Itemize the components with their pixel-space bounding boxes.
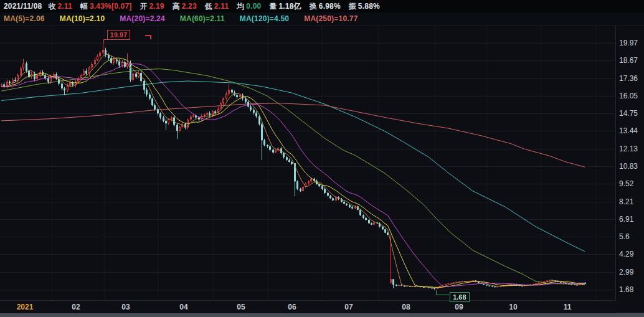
quote-field-open: 开2.19 (140, 1, 164, 12)
quote-field-average: 均0.00 (237, 1, 261, 12)
quote-value-open: 2.19 (149, 2, 164, 11)
time-axis-label-11: 11 (554, 303, 581, 311)
quote-value-average: 0.00 (246, 2, 261, 11)
quote-label-high: 高 (173, 1, 180, 12)
quote-field-volume: 量1.18亿 (269, 1, 301, 12)
time-axis-label-09: 09 (445, 303, 473, 311)
quote-value-volume: 1.18亿 (278, 1, 301, 12)
ma-legend-item-MA10: MA(10)=2.10 (60, 14, 105, 23)
price-axis-label: 14.75 (619, 109, 644, 118)
quote-value-amplitude: 5.88% (358, 2, 380, 11)
price-axis-label: 5.6 (619, 232, 644, 241)
price-axis-label: 12.13 (619, 144, 644, 153)
quote-value-high: 2.23 (182, 2, 197, 11)
quote-label-amplitude: 振 (349, 1, 356, 12)
price-axis-label: 8.21 (619, 197, 644, 206)
quote-value-close: 2.11 (57, 2, 72, 11)
bottom-scrollbar[interactable] (0, 313, 644, 317)
time-axis-label-10: 10 (500, 303, 527, 311)
time-axis: 202102030405060708091011 (0, 300, 615, 313)
price-axis-label: 19.97 (619, 39, 644, 47)
time-axis-label-03: 03 (112, 303, 140, 311)
quote-label-low: 低 (205, 1, 212, 12)
price-axis-label: 16.05 (619, 92, 644, 100)
quote-value-turnover: 6.98% (319, 2, 341, 11)
price-axis-label: 10.83 (619, 162, 644, 171)
quote-field-high: 高2.23 (173, 1, 197, 12)
time-axis-label-08: 08 (392, 303, 420, 311)
quote-bar: 2021/11/08 收2.11幅3.43%[0.07]开2.19高2.23低2… (0, 0, 644, 12)
high-price-marker: 19.97 (107, 30, 131, 40)
high-marker-connector (103, 39, 108, 43)
price-axis-label: 13.44 (619, 126, 644, 135)
price-axis-separator (615, 26, 616, 300)
time-axis-label-2021: 2021 (11, 303, 39, 311)
quote-label-change: 幅 (80, 1, 88, 12)
quote-field-change: 幅3.43%[0.07] (80, 1, 132, 12)
low-marker-connector (436, 290, 450, 295)
quote-label-volume: 量 (269, 1, 277, 12)
ma-legend-item-MA250: MA(250)=10.77 (304, 14, 358, 23)
price-axis-label: 2.99 (619, 268, 644, 277)
price-axis-label: 18.67 (619, 56, 644, 65)
quote-field-close: 收2.11 (48, 1, 72, 12)
quote-value-low: 2.11 (214, 2, 229, 11)
quote-label-average: 均 (237, 1, 244, 12)
time-axis-label-04: 04 (170, 303, 197, 311)
price-axis-label: 6.91 (619, 215, 644, 224)
quote-value-change: 3.43%[0.07] (90, 2, 132, 11)
quote-fields: 收2.11幅3.43%[0.07]开2.19高2.23低2.11均0.00量1.… (48, 1, 387, 12)
quote-field-turnover: 换6.98% (310, 1, 341, 12)
quote-label-turnover: 换 (310, 1, 317, 12)
ma-legend-item-MA20: MA(20)=2.24 (120, 14, 165, 23)
low-price-marker: 1.68 (450, 292, 469, 302)
quote-label-open: 开 (140, 1, 147, 12)
price-axis-label: 17.36 (619, 74, 644, 83)
quote-date: 2021/11/08 (4, 2, 42, 11)
price-axis-label: 4.29 (619, 250, 644, 258)
kline-chart-area: 19.9718.6717.3616.0514.7513.4412.1310.83… (0, 26, 644, 313)
time-axis-label-07: 07 (335, 303, 362, 311)
kline-canvas[interactable] (0, 26, 615, 300)
price-axis-label: 1.68 (619, 285, 644, 294)
time-axis-label-02: 02 (62, 303, 90, 311)
price-axis-label: 9.52 (619, 179, 644, 188)
ma-legend-item-MA60: MA(60)=2.11 (180, 14, 225, 23)
event-flag-icon (145, 35, 151, 39)
quote-field-amplitude: 振5.88% (349, 1, 380, 12)
time-axis-label-05: 05 (227, 303, 255, 311)
quote-field-low: 低2.11 (205, 1, 229, 12)
quote-label-close: 收 (48, 1, 55, 12)
time-axis-label-06: 06 (278, 303, 306, 311)
ma-legend-bar: MA(5)=2.06MA(10)=2.10MA(20)=2.24MA(60)=2… (0, 12, 644, 26)
ma-legend-item-MA5: MA(5)=2.06 (4, 14, 45, 23)
ma-legend-item-MA120: MA(120)=4.50 (240, 14, 289, 23)
